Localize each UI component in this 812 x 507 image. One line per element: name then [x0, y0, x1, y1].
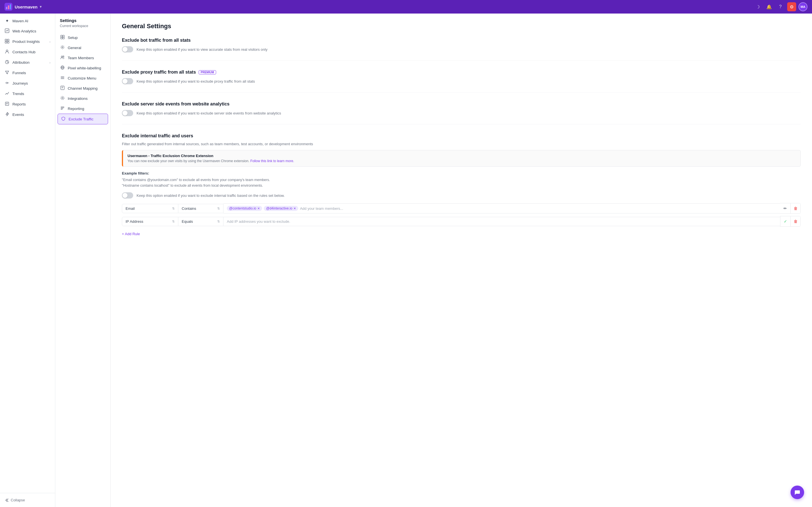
equals-operator-select[interactable]: Equals ⇅: [178, 217, 223, 226]
server-side-desc: Keep this option enabled if you want to …: [137, 111, 281, 115]
sidebar-item-label: Attribution: [12, 60, 47, 65]
internal-traffic-toggle[interactable]: [122, 192, 133, 199]
topnav-actions: ☽ 🔔 ? ⚙ MA: [753, 2, 808, 11]
settings-menu-channel-mapping[interactable]: Channel Mapping: [55, 83, 110, 93]
tag-chip-d4interactive: @d4interactive.io ✕: [264, 206, 298, 211]
ip-address-input[interactable]: [227, 219, 777, 224]
extension-banner-desc: You can now exclude your own visits by u…: [127, 159, 796, 163]
settings-menu-team-members[interactable]: Team Members: [55, 53, 110, 63]
settings-title: Settings: [55, 18, 110, 24]
sidebar-item-maven-ai[interactable]: ✦ Maven AI: [0, 16, 55, 26]
contacts-hub-icon: [4, 49, 10, 55]
add-rule-button[interactable]: + Add Rule: [122, 230, 140, 238]
trends-icon: [4, 91, 10, 97]
sidebar-item-attribution[interactable]: Attribution ›: [0, 57, 55, 68]
filter-row-email: Email ⇅ Contains ⇅ @contentstudio.io ✕ @…: [122, 203, 801, 214]
settings-button[interactable]: ⚙: [787, 2, 796, 11]
sidebar-item-trends[interactable]: Trends: [0, 89, 55, 99]
edit-email-rule-button[interactable]: ✏: [780, 203, 790, 214]
sidebar-item-web-analytics[interactable]: Web Analytics: [0, 26, 55, 36]
settings-menu-setup[interactable]: Setup: [55, 33, 110, 43]
svg-rect-14: [61, 37, 62, 39]
sidebar-item-events[interactable]: Events: [0, 109, 55, 120]
team-members-icon: [60, 55, 65, 60]
proxy-traffic-toggle[interactable]: [122, 78, 133, 84]
chat-bubble-button[interactable]: [791, 486, 804, 499]
delete-email-rule-button[interactable]: 🗑: [790, 203, 801, 214]
setup-icon: [60, 35, 65, 40]
example-filters: Example filters: "Email contains @yourdo…: [122, 171, 801, 188]
help-button[interactable]: ?: [776, 2, 785, 11]
svg-point-9: [6, 50, 8, 52]
app-body: ✦ Maven AI Web Analytics Product Insight…: [0, 13, 812, 507]
sidebar-item-label: Events: [12, 113, 51, 117]
bot-traffic-section: Exclude bot traffic from all stats Keep …: [122, 38, 801, 61]
remove-d4interactive-tag[interactable]: ✕: [293, 207, 296, 210]
email-field-select[interactable]: Email ⇅: [122, 204, 178, 213]
reports-icon: [4, 102, 10, 107]
extension-banner: Usermaven - Traffic Exclusion Chrome Ext…: [122, 150, 801, 167]
ip-filter-actions: ✓ 🗑: [780, 216, 801, 227]
svg-rect-3: [10, 4, 11, 9]
server-side-section: Exclude server side events from website …: [122, 102, 801, 124]
settings-menu-pixel-whitelabelling[interactable]: Pixel white-labelling: [55, 63, 110, 73]
premium-badge: PREMIUM: [199, 70, 216, 74]
tag-chip-contentstudio: @contentstudio.io ✕: [227, 206, 262, 211]
sidebar-item-reports[interactable]: Reports: [0, 99, 55, 109]
team-members-label: Team Members: [68, 56, 94, 60]
ip-field-select[interactable]: IP Address ⇅: [122, 217, 178, 226]
extension-banner-link[interactable]: Follow this link to learn more.: [250, 159, 294, 163]
sidebar-item-contacts-hub[interactable]: Contacts Hub: [0, 47, 55, 57]
channel-mapping-label: Channel Mapping: [68, 86, 98, 91]
logo-icon: [4, 3, 12, 11]
events-icon: [4, 112, 10, 117]
topnav: Usermaven ▾ ☽ 🔔 ? ⚙ MA: [0, 0, 812, 13]
settings-menu-customize-menu[interactable]: Customize Menu: [55, 73, 110, 83]
internal-traffic-title: Exclude internal traffic and users: [122, 133, 801, 138]
sidebar-item-journeys[interactable]: Journeys: [0, 78, 55, 89]
chat-bubble-icon: [794, 489, 801, 496]
example-filter-2: "Hostname contains localhost" to exclude…: [122, 183, 801, 188]
brand-chevron-icon: ▾: [40, 5, 42, 9]
filter-row-ip: IP Address ⇅ Equals ⇅ ✓ 🗑: [122, 216, 801, 227]
settings-menu-exclude-traffic[interactable]: Exclude Traffic: [58, 114, 108, 124]
settings-menu-general[interactable]: General: [55, 43, 110, 53]
brand-logo[interactable]: Usermaven ▾: [4, 3, 42, 11]
svg-point-23: [61, 97, 64, 100]
general-icon: [60, 45, 65, 50]
svg-rect-15: [63, 37, 64, 39]
maven-ai-icon: ✦: [4, 18, 10, 23]
sidebar-item-label: Journeys: [12, 81, 51, 86]
sidebar-bottom: Collapse: [0, 493, 55, 505]
svg-rect-11: [5, 102, 9, 106]
sidebar-item-label: Maven AI: [12, 19, 51, 23]
delete-ip-rule-button[interactable]: 🗑: [790, 216, 801, 226]
reporting-label: Reporting: [68, 107, 85, 111]
page-title: General Settings: [122, 22, 801, 30]
server-side-toggle[interactable]: [122, 110, 133, 116]
sidebar-item-product-insights[interactable]: Product Insights ›: [0, 36, 55, 47]
email-tag-input[interactable]: [300, 207, 777, 211]
server-side-toggle-row: Keep this option enabled if you want to …: [122, 110, 801, 116]
dark-mode-button[interactable]: ☽: [753, 2, 762, 11]
settings-menu-integrations[interactable]: Integrations: [55, 93, 110, 104]
server-side-title: Exclude server side events from website …: [122, 102, 801, 107]
contains-operator-select[interactable]: Contains ⇅: [178, 204, 223, 213]
remove-contentstudio-tag[interactable]: ✕: [257, 207, 260, 210]
notifications-button[interactable]: 🔔: [765, 2, 774, 11]
product-insights-arrow-icon: ›: [49, 40, 51, 44]
svg-point-22: [62, 97, 63, 99]
avatar[interactable]: MA: [799, 2, 808, 11]
sidebar-item-label: Web Analytics: [12, 29, 51, 33]
settings-menu-reporting[interactable]: Reporting: [55, 104, 110, 114]
internal-traffic-section: Exclude internal traffic and users Filte…: [122, 133, 801, 245]
collapse-button[interactable]: Collapse: [0, 496, 55, 505]
setup-label: Setup: [68, 36, 77, 40]
sidebar-item-funnels[interactable]: Funnels: [0, 68, 55, 78]
save-ip-rule-button[interactable]: ✓: [780, 216, 790, 226]
settings-subtitle: Current workspace: [55, 24, 110, 33]
general-label: General: [68, 46, 81, 50]
main-sidebar: ✦ Maven AI Web Analytics Product Insight…: [0, 13, 55, 507]
proxy-traffic-section: Exclude proxy traffic from all stats PRE…: [122, 70, 801, 93]
bot-traffic-toggle[interactable]: [122, 46, 133, 52]
